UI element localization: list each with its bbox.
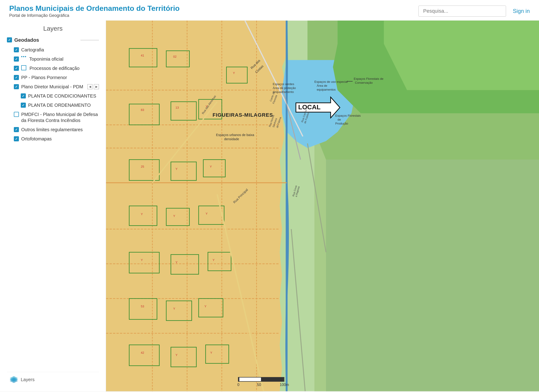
checkbox-outros[interactable]: ✓ [14,127,19,132]
app-subtitle: Portal de Informação Geográfica [9,13,180,18]
svg-text:Espaços Florestais de: Espaços Florestais de [354,77,383,81]
search-input[interactable] [419,5,506,17]
title-block: Planos Municipais de Ordenamento do Terr… [9,4,180,18]
bottom-layers-button[interactable]: Layers [7,372,99,387]
svg-rect-105 [261,377,283,381]
svg-text:Área de proteção: Área de proteção [273,86,296,90]
checkbox-planta-ord[interactable]: ✓ [21,103,26,108]
svg-text:Produção: Produção [335,122,348,125]
svg-text:Y: Y [210,165,212,168]
layer-item-orto: ✓ Ortofotomapas [7,136,99,142]
processos-icon [21,65,26,70]
svg-text:Área de: Área de [317,84,327,87]
layer-item-planta-cond: ✓ PLANTA DE CONDICIONANTES [7,93,99,99]
pdm-arrow-right[interactable]: ▶ [94,84,99,89]
svg-text:42: 42 [141,351,144,354]
sidebar: Layers ✓ Geodados ✓ Cartografia ✓ Toponi… [0,20,106,392]
svg-text:02: 02 [173,55,177,58]
checkbox-orto[interactable]: ✓ [14,136,19,141]
svg-text:Y: Y [212,258,215,262]
svg-text:Y: Y [204,305,207,308]
svg-text:Y: Y [141,258,143,262]
svg-text:Y: Y [175,167,178,171]
svg-text:Y: Y [173,214,175,218]
svg-text:Y: Y [233,71,235,75]
layer-label-planta-cond: PLANTA DE CONDICIONANTES [28,93,96,99]
map-svg: FIGUEIRAS-MILAGRES LOCAL Rua dos Costas … [106,20,539,392]
svg-text:Y: Y [175,353,178,357]
svg-text:equipamentos: equipamentos [317,88,336,91]
layer-item-pdm: ✓ Plano Diretor Municipal - PDM ◀ ▶ [7,84,99,90]
layer-item-pp: ✓ PP - Planos Pormenor [7,74,99,81]
layer-label-planta-ord: PLANTA DE ORDENAMENTO [28,102,91,108]
svg-text:Y: Y [175,261,178,264]
layers-icon [9,375,19,384]
svg-text:Espaços verdes: Espaços verdes [273,82,294,86]
sidebar-title: Layers [7,25,99,32]
svg-text:100m: 100m [280,382,289,387]
svg-text:enquadramento: enquadramento [273,90,294,94]
checkbox-geodados[interactable]: ✓ [7,37,12,42]
svg-text:Y: Y [173,307,175,310]
svg-text:Conservação: Conservação [355,81,373,84]
svg-rect-106 [283,377,284,381]
svg-text:0: 0 [237,382,239,387]
checkbox-cartografia[interactable]: ✓ [14,47,19,52]
svg-text:41: 41 [141,54,144,57]
svg-text:Espaços de uso especial: Espaços de uso especial [314,80,348,83]
svg-text:Espaços Florestais: Espaços Florestais [335,114,361,117]
app-title: Planos Municipais de Ordenamento do Terr… [9,4,180,13]
checkbox-pdm[interactable]: ✓ [14,84,19,89]
layer-label-outros: Outros limites regulamentares [21,127,83,133]
svg-text:13: 13 [175,106,179,109]
layer-item-pmdfci: PMDFCI - Plano Municipal de Defesa da Fl… [7,111,99,123]
svg-text:Y: Y [141,212,143,216]
layer-label-orto: Ortofotomapas [21,136,52,142]
layer-label-processos: Processos de edificação [29,65,80,71]
svg-marker-11 [384,21,539,90]
header-right: Sign in [419,5,530,17]
svg-text:LOCAL: LOCAL [298,104,321,111]
svg-rect-104 [239,377,261,381]
layer-label-pmdfci: PMDFCI - Plano Municipal de Defesa da Fl… [21,111,99,123]
pdm-arrow-left[interactable]: ◀ [87,84,92,89]
svg-text:Y: Y [210,351,212,354]
svg-text:50: 50 [257,382,261,387]
checkbox-planta-cond[interactable]: ✓ [21,93,26,98]
svg-text:FIGUEIRAS-MILAGRES: FIGUEIRAS-MILAGRES [212,112,273,118]
svg-text:densidade: densidade [224,137,239,141]
toponymy-icon [21,56,26,57]
header: Planos Municipais de Ordenamento do Terr… [0,0,539,20]
svg-text:de: de [337,118,341,121]
layer-item-planta-ord: ✓ PLANTA DE ORDENAMENTO [7,102,99,108]
svg-marker-10 [326,160,539,391]
layer-item-processos: ✓ Processos de edificação [7,65,99,71]
layer-item-cartografia: ✓ Cartografia [7,47,99,53]
map-area[interactable]: FIGUEIRAS-MILAGRES LOCAL Rua dos Costas … [106,20,539,392]
svg-text:Y: Y [206,105,208,108]
svg-text:25: 25 [141,165,144,168]
checkbox-processos[interactable]: ✓ [14,66,19,71]
checkbox-pmdfci[interactable] [14,112,19,117]
layer-label-pdm: Plano Diretor Municipal - PDM [21,84,83,90]
checkbox-pp[interactable]: ✓ [14,75,19,80]
layer-label-geodados: Geodados [14,37,39,44]
sign-in-button[interactable]: Sign in [513,8,530,14]
pdm-arrows: ◀ ▶ [87,84,99,89]
svg-text:83: 83 [141,108,144,111]
layer-label-pp: PP - Planos Pormenor [21,74,67,81]
layer-item-geodados: ✓ Geodados [7,37,99,44]
checkbox-toponimia[interactable]: ✓ [14,57,19,62]
svg-text:53: 53 [141,305,144,308]
layers-button-label: Layers [21,377,35,382]
layer-label-cartografia: Cartografia [21,47,44,53]
layer-item-outros: ✓ Outros limites regulamentares [7,127,99,133]
layer-label-toponimia: Toponimia oficial [29,56,63,62]
svg-text:Y: Y [206,212,208,215]
svg-text:Espaços urbanos de baixa: Espaços urbanos de baixa [216,133,254,137]
layer-item-toponimia: ✓ Toponimia oficial [7,56,99,62]
geodados-separator [81,40,99,40]
main-layout: Layers ✓ Geodados ✓ Cartografia ✓ Toponi… [0,20,539,392]
